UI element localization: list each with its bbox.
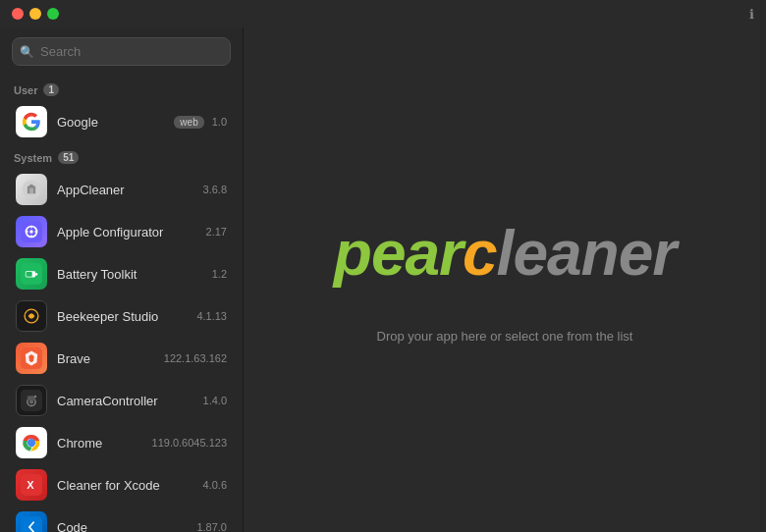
app-name: Chrome xyxy=(57,436,148,451)
svg-rect-1 xyxy=(29,188,33,194)
app-icon-cleaner-xcode: X xyxy=(16,469,47,501)
logo-cleaner: leaner xyxy=(497,218,677,289)
section-badge-user: 1 xyxy=(43,83,59,96)
app-icon-google xyxy=(16,106,47,137)
app-version: 4.0.6 xyxy=(203,479,227,491)
svg-rect-12 xyxy=(27,272,32,277)
section-label-user: User xyxy=(14,84,37,96)
app-version: 1.0 xyxy=(212,116,227,128)
app-version: 2.17 xyxy=(206,226,227,238)
svg-point-22 xyxy=(27,439,35,447)
section-label-system: System xyxy=(14,152,52,164)
list-item-chrome[interactable]: Chrome 119.0.6045.123 xyxy=(4,422,239,463)
search-container: 🔍 xyxy=(0,27,243,76)
app-version: 122.1.63.162 xyxy=(164,352,227,364)
list-item-battery-toolkit[interactable]: Battery Toolkit 1.2 xyxy=(4,253,239,294)
drop-text: Drop your app here or select one from th… xyxy=(377,329,633,344)
list-item-beekeeper-studio[interactable]: Beekeeper Studio 4.1.13 xyxy=(4,295,239,337)
traffic-lights xyxy=(12,8,59,20)
app-version: 1.87.0 xyxy=(196,521,227,532)
logo-c: c xyxy=(463,218,497,289)
sidebar-list: User 1 Google web 1.0 System 51 xyxy=(0,76,243,532)
app-name: AppCleaner xyxy=(57,183,199,197)
list-item-apple-configurator[interactable]: Apple Configurator 2.17 xyxy=(4,211,239,252)
list-item-appcleaner[interactable]: AppCleaner 3.6.8 xyxy=(4,169,239,210)
app-icon-appcleaner xyxy=(16,174,47,205)
app-name: Google xyxy=(57,115,174,130)
list-item-cleaner-for-xcode[interactable]: X Cleaner for Xcode 4.0.6 xyxy=(4,464,239,505)
app-name: Apple Configurator xyxy=(57,225,202,239)
close-button[interactable] xyxy=(12,8,24,20)
info-icon[interactable]: ℹ xyxy=(749,7,754,22)
app-version: 119.0.6045.123 xyxy=(152,437,227,449)
app-version: 4.1.13 xyxy=(196,310,227,322)
sidebar: 🔍 User 1 Google web 1.0 System 51 xyxy=(0,27,244,532)
section-badge-system: 51 xyxy=(58,151,79,164)
main-container: 🔍 User 1 Google web 1.0 System 51 xyxy=(0,27,766,532)
app-name: Cleaner for Xcode xyxy=(57,478,199,493)
app-icon-camera xyxy=(16,385,47,416)
app-tag-web: web xyxy=(174,116,203,129)
content-area: pearcleaner Drop your app here or select… xyxy=(244,27,766,532)
search-icon: 🔍 xyxy=(20,45,34,59)
logo-text: pearcleaner xyxy=(334,217,676,290)
app-icon-battery xyxy=(16,258,47,290)
minimize-button[interactable] xyxy=(29,8,41,20)
list-item-cameracontroller[interactable]: CameraController 1.4.0 xyxy=(4,380,239,421)
search-wrapper: 🔍 xyxy=(12,37,231,66)
app-version: 3.6.8 xyxy=(203,184,227,195)
section-header-user: User 1 xyxy=(0,76,243,100)
svg-text:X: X xyxy=(27,479,34,491)
list-item-brave[interactable]: Brave 122.1.63.162 xyxy=(4,338,239,379)
app-name: Battery Toolkit xyxy=(57,267,208,282)
title-bar: ℹ xyxy=(0,0,766,27)
svg-point-20 xyxy=(34,396,36,398)
search-input[interactable] xyxy=(12,37,231,66)
app-name: Brave xyxy=(57,351,160,366)
app-icon-code xyxy=(16,511,47,532)
svg-point-4 xyxy=(29,230,32,233)
svg-rect-11 xyxy=(35,273,37,276)
app-name: CameraController xyxy=(57,394,199,408)
section-header-system: System 51 xyxy=(0,143,243,168)
app-icon-chrome xyxy=(16,427,47,458)
app-version: 1.4.0 xyxy=(203,395,227,406)
app-icon-apple-conf xyxy=(16,216,47,247)
logo-pear: pear xyxy=(334,218,463,289)
maximize-button[interactable] xyxy=(47,8,59,20)
app-name: Beekeeper Studio xyxy=(57,309,192,324)
app-name: Code xyxy=(57,520,192,533)
app-icon-beekeeper xyxy=(16,300,47,332)
list-item-google[interactable]: Google web 1.0 xyxy=(4,101,239,142)
app-icon-brave xyxy=(16,343,47,374)
logo-container: pearcleaner xyxy=(334,217,676,290)
app-version: 1.2 xyxy=(212,268,227,280)
list-item-code[interactable]: Code 1.87.0 xyxy=(4,506,239,532)
svg-rect-19 xyxy=(27,396,35,400)
